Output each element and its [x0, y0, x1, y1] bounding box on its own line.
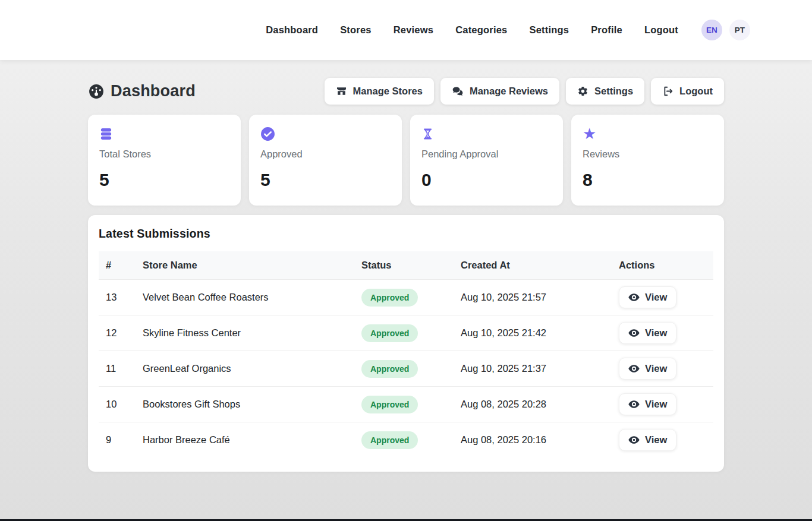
language-en-badge[interactable]: EN — [701, 20, 722, 40]
table-row: 13 Velvet Bean Coffee Roasters Approved … — [99, 280, 713, 315]
store-name-cell: Bookstores Gift Shops — [136, 387, 354, 422]
row-id-cell: 10 — [99, 387, 136, 422]
latest-submissions-card: Latest Submissions # Store Name Status C… — [88, 215, 724, 472]
view-button-label: View — [645, 327, 667, 339]
nav-item-categories[interactable]: Categories — [455, 24, 507, 36]
manage-stores-label: Manage Stores — [353, 86, 423, 97]
nav-item-dashboard[interactable]: Dashboard — [266, 24, 318, 36]
stat-label: Total Stores — [99, 149, 229, 160]
view-button-label: View — [645, 292, 667, 303]
comments-icon — [452, 86, 464, 97]
gear-icon — [577, 86, 588, 97]
table-title: Latest Submissions — [99, 227, 713, 241]
view-button-label: View — [645, 434, 667, 446]
store-name-cell: GreenLeaf Organics — [136, 351, 354, 387]
column-header-store-name: Store Name — [136, 251, 354, 280]
view-button-label: View — [645, 399, 667, 410]
page-title-text: Dashboard — [111, 82, 196, 100]
stat-label: Approved — [260, 149, 391, 160]
logout-button[interactable]: Logout — [651, 78, 724, 105]
table-header-row: # Store Name Status Created At Actions — [99, 251, 713, 280]
submissions-table: # Store Name Status Created At Actions 1… — [99, 251, 713, 458]
view-button[interactable]: View — [619, 322, 676, 344]
language-pt-badge[interactable]: PT — [729, 20, 750, 40]
stat-label: Reviews — [583, 149, 713, 160]
nav-item-settings[interactable]: Settings — [529, 24, 569, 36]
store-name-cell: Skyline Fitness Center — [136, 315, 354, 351]
status-badge: Approved — [361, 360, 418, 378]
nav-item-stores[interactable]: Stores — [340, 24, 372, 36]
created-at-cell: Aug 08, 2025 20:16 — [454, 422, 612, 458]
status-badge: Approved — [361, 324, 418, 342]
eye-icon — [628, 435, 640, 444]
table-row: 9 Harbor Breeze Café Approved Aug 08, 20… — [99, 422, 713, 458]
manage-reviews-label: Manage Reviews — [470, 86, 548, 97]
created-at-cell: Aug 10, 2025 21:37 — [454, 351, 612, 387]
manage-stores-button[interactable]: Manage Stores — [325, 78, 434, 105]
nav-item-profile[interactable]: Profile — [591, 24, 622, 36]
store-name-cell: Velvet Bean Coffee Roasters — [136, 280, 354, 315]
view-button[interactable]: View — [619, 393, 676, 415]
view-button-label: View — [645, 363, 667, 374]
star-icon: ★ — [583, 127, 713, 141]
store-name-cell: Harbor Breeze Café — [136, 422, 354, 458]
gauge-icon — [88, 83, 105, 100]
nav-item-logout[interactable]: Logout — [644, 24, 678, 36]
page-title: Dashboard — [88, 82, 196, 100]
manage-reviews-button[interactable]: Manage Reviews — [440, 78, 559, 105]
check-circle-icon — [260, 127, 391, 141]
eye-icon — [628, 329, 640, 337]
stat-value: 0 — [421, 170, 552, 190]
page-header: Dashboard Manage Stores — [88, 78, 724, 105]
row-id-cell: 13 — [99, 280, 136, 315]
status-badge: Approved — [361, 396, 418, 413]
stat-card-reviews: ★ Reviews 8 — [571, 115, 724, 206]
view-button[interactable]: View — [619, 286, 676, 308]
row-id-cell: 11 — [99, 351, 136, 387]
view-button[interactable]: View — [619, 358, 676, 380]
created-at-cell: Aug 10, 2025 21:57 — [454, 280, 612, 315]
row-id-cell: 12 — [99, 315, 136, 351]
stat-card-approved: Approved 5 — [249, 115, 402, 206]
eye-icon — [628, 400, 640, 409]
table-row: 11 GreenLeaf Organics Approved Aug 10, 2… — [99, 351, 713, 387]
column-header-status: Status — [354, 251, 454, 280]
language-switcher: EN PT — [701, 20, 750, 40]
eye-icon — [628, 293, 640, 302]
store-icon — [336, 86, 347, 97]
stat-card-pending-approval: Pending Approval 0 — [410, 115, 563, 206]
stat-value: 8 — [583, 170, 713, 190]
settings-button[interactable]: Settings — [566, 78, 644, 105]
status-badge: Approved — [361, 431, 418, 449]
row-id-cell: 9 — [99, 422, 136, 458]
logout-label: Logout — [679, 86, 713, 97]
table-row: 10 Bookstores Gift Shops Approved Aug 08… — [99, 387, 713, 422]
stat-value: 5 — [260, 170, 391, 190]
table-row: 12 Skyline Fitness Center Approved Aug 1… — [99, 315, 713, 351]
nav-item-reviews[interactable]: Reviews — [394, 24, 433, 36]
hourglass-icon — [421, 127, 552, 141]
created-at-cell: Aug 08, 2025 20:28 — [454, 387, 612, 422]
logout-icon — [662, 86, 673, 97]
view-button[interactable]: View — [619, 429, 676, 451]
created-at-cell: Aug 10, 2025 21:42 — [454, 315, 612, 351]
header-actions: Manage Stores Manage Reviews Settin — [325, 78, 724, 105]
stat-card-total-stores: Total Stores 5 — [88, 115, 241, 206]
stat-label: Pending Approval — [421, 149, 552, 160]
status-badge: Approved — [361, 289, 418, 307]
stats-row: Total Stores 5 Approved 5 — [88, 115, 724, 206]
column-header-created-at: Created At — [454, 251, 612, 280]
database-icon — [99, 127, 229, 141]
settings-label: Settings — [594, 86, 633, 97]
top-navigation: Dashboard Stores Reviews Categories Sett… — [0, 0, 812, 60]
eye-icon — [628, 364, 640, 373]
column-header-id: # — [99, 251, 136, 280]
column-header-actions: Actions — [612, 251, 713, 280]
stat-value: 5 — [99, 170, 229, 190]
